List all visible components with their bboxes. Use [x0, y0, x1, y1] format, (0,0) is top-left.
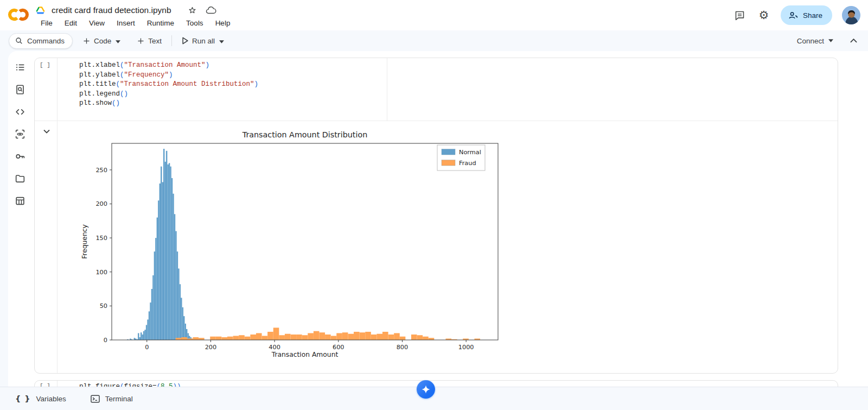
svg-text:50: 50	[100, 302, 107, 310]
user-avatar[interactable]	[842, 6, 860, 24]
connect-label: Connect	[797, 37, 824, 45]
svg-text:200: 200	[205, 344, 217, 351]
notebook-title[interactable]: credit card fraud detection.ipynb	[49, 5, 174, 16]
code-line: plt.xlabel("Transaction Amount")	[79, 61, 258, 71]
menu-item-file[interactable]: File	[36, 18, 58, 28]
svg-text:200: 200	[95, 200, 107, 207]
drive-icon	[36, 7, 45, 15]
left-sidebar	[8, 56, 32, 212]
add-code-label: Code	[94, 37, 111, 45]
code-lines: plt.xlabel("Transaction Amount")plt.ylab…	[79, 61, 258, 109]
menu-item-runtime[interactable]: Runtime	[142, 18, 179, 28]
menu-item-help[interactable]: Help	[210, 18, 235, 28]
plus-icon	[82, 37, 91, 45]
run-all-caret-icon[interactable]	[217, 33, 226, 48]
menu-item-insert[interactable]: Insert	[112, 18, 140, 28]
menu-item-view[interactable]: View	[84, 18, 110, 28]
caret-down-icon	[828, 39, 833, 42]
svg-text:Transaction Amount Distributio: Transaction Amount Distribution	[242, 130, 367, 139]
code-cell: [ ] plt.figure(figsize=(8,5))	[34, 380, 838, 387]
editor-pane-divider	[387, 58, 387, 121]
add-code-button[interactable]: Code	[78, 34, 116, 48]
cloud-saved-icon[interactable]	[204, 3, 218, 17]
settings-gear-icon[interactable]: ⚙	[757, 8, 771, 22]
commands-search[interactable]: Commands	[9, 33, 73, 49]
find-replace-icon[interactable]	[9, 79, 31, 100]
terminal-label: Terminal	[105, 395, 133, 403]
add-text-label: Text	[148, 37, 162, 45]
star-icon[interactable]	[186, 3, 200, 17]
code-line: plt.title("Transaction Amount Distributi…	[79, 80, 258, 90]
cell-output: 02004006008001000050100150200250Transact…	[78, 129, 506, 362]
svg-text:Fraud: Fraud	[459, 160, 476, 167]
variables-label: Variables	[36, 395, 66, 403]
toolbar-divider	[171, 35, 172, 46]
code-line: plt.figure(figsize=(8,5))	[79, 382, 181, 387]
code-line: plt.ylabel("Frequency")	[79, 71, 258, 80]
menu-item-tools[interactable]: Tools	[181, 18, 208, 28]
menu-bar: FileEditViewInsertRuntimeToolsHelp	[36, 18, 235, 28]
menu-item-edit[interactable]: Edit	[60, 18, 82, 28]
gemini-spark-icon[interactable]	[417, 380, 435, 399]
terminal-icon	[90, 394, 100, 403]
commands-label: Commands	[27, 37, 65, 45]
code-cell: plt.xlabel("Transaction Amount")plt.ylab…	[34, 58, 838, 374]
variables-panel-button[interactable]: { } Variables	[15, 394, 66, 403]
svg-text:0: 0	[145, 344, 149, 351]
add-code-caret-icon[interactable]	[113, 33, 123, 48]
collapse-output-chevron-icon[interactable]	[42, 127, 52, 137]
code-line: plt.legend()	[79, 90, 258, 99]
svg-text:250: 250	[95, 167, 107, 174]
code-lines[interactable]: plt.figure(figsize=(8,5))	[79, 382, 181, 387]
svg-text:800: 800	[397, 344, 409, 351]
colab-logo[interactable]	[7, 5, 30, 24]
share-people-icon	[788, 11, 799, 20]
connect-button[interactable]: Connect	[792, 34, 839, 48]
collapse-header-chevron-up-icon[interactable]	[846, 34, 860, 48]
table-of-contents-icon[interactable]	[9, 56, 31, 78]
comments-icon[interactable]	[733, 8, 747, 22]
code-line: plt.show()	[79, 99, 258, 109]
scan-eye-icon[interactable]	[9, 123, 31, 145]
terminal-panel-button[interactable]: Terminal	[90, 394, 133, 403]
app-header: credit card fraud detection.ipynb FileEd…	[0, 0, 868, 30]
svg-text:Frequency: Frequency	[81, 224, 88, 259]
notebook-toolbar: Commands Code Text Run all	[0, 30, 868, 51]
secrets-key-icon[interactable]	[9, 146, 31, 167]
cell-gutter-divider	[57, 381, 58, 387]
run-cell-button[interactable]: [ ]	[40, 383, 50, 387]
notebook-area: plt.xlabel("Transaction Amount")plt.ylab…	[8, 51, 868, 387]
code-snippets-icon[interactable]	[9, 101, 31, 123]
run-all-label: Run all	[192, 37, 215, 45]
braces-icon: { }	[15, 394, 31, 403]
svg-text:0: 0	[104, 337, 107, 344]
run-cell-button[interactable]: [ ]	[40, 62, 50, 68]
run-all-button[interactable]: Run all	[177, 34, 219, 48]
data-table-icon[interactable]	[9, 190, 31, 212]
files-folder-icon[interactable]	[9, 168, 31, 190]
svg-text:1000: 1000	[458, 344, 474, 351]
search-icon	[15, 36, 23, 45]
svg-text:150: 150	[95, 235, 107, 242]
play-icon	[182, 37, 189, 45]
code-editor[interactable]: plt.xlabel("Transaction Amount")plt.ylab…	[35, 58, 838, 121]
plus-icon	[137, 37, 145, 45]
svg-text:100: 100	[95, 269, 107, 276]
output-chart: 02004006008001000050100150200250Transact…	[78, 129, 506, 359]
share-button[interactable]: Share	[781, 5, 832, 25]
share-label: Share	[803, 11, 822, 20]
add-text-button[interactable]: Text	[132, 34, 166, 48]
svg-text:400: 400	[269, 344, 280, 351]
svg-text:600: 600	[333, 344, 344, 351]
svg-text:Normal: Normal	[459, 149, 481, 156]
svg-text:Transaction Amount: Transaction Amount	[271, 351, 339, 358]
